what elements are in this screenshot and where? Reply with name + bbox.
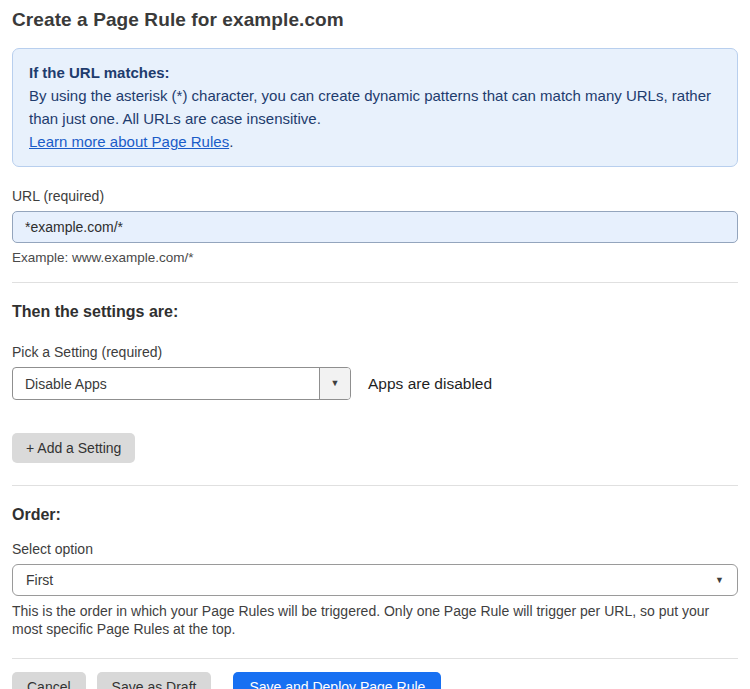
order-select[interactable]: First ▼ [12,564,738,596]
order-select-value: First [26,572,53,588]
url-field-label: URL (required) [12,188,738,204]
setting-select-value: Disable Apps [13,376,107,392]
add-setting-button[interactable]: + Add a Setting [12,433,135,463]
create-page-rule-dialog: Create a Page Rule for example.com If th… [0,0,750,689]
divider [12,485,738,486]
url-example-helper: Example: www.example.com/* [12,250,738,265]
save-as-draft-button[interactable]: Save as Draft [97,672,212,689]
info-box-link-line: Learn more about Page Rules. [29,130,721,153]
link-period: . [229,133,233,150]
divider [12,282,738,283]
cancel-button[interactable]: Cancel [12,672,86,689]
page-title: Create a Page Rule for example.com [12,9,738,31]
setting-status-text: Apps are disabled [368,375,492,393]
setting-select-arrow-button[interactable]: ▼ [319,368,350,399]
select-option-label: Select option [12,541,738,557]
chevron-down-icon: ▼ [715,576,724,585]
chevron-down-icon: ▼ [331,379,340,388]
url-match-info-box: If the URL matches: By using the asteris… [12,48,738,167]
settings-section-heading: Then the settings are: [12,303,738,321]
info-box-heading: If the URL matches: [29,61,721,84]
order-helper-text: This is the order in which your Page Rul… [12,602,732,638]
divider [12,658,738,659]
info-box-body: By using the asterisk (*) character, you… [29,84,721,130]
save-and-deploy-button[interactable]: Save and Deploy Page Rule [233,672,441,689]
setting-row: Disable Apps ▼ Apps are disabled [12,367,738,400]
learn-more-link[interactable]: Learn more about Page Rules [29,133,229,150]
actions-row: Cancel Save as Draft Save and Deploy Pag… [12,672,738,689]
pick-setting-label: Pick a Setting (required) [12,344,738,360]
order-section-heading: Order: [12,506,738,524]
url-input[interactable] [12,211,738,243]
setting-select[interactable]: Disable Apps ▼ [12,367,351,400]
